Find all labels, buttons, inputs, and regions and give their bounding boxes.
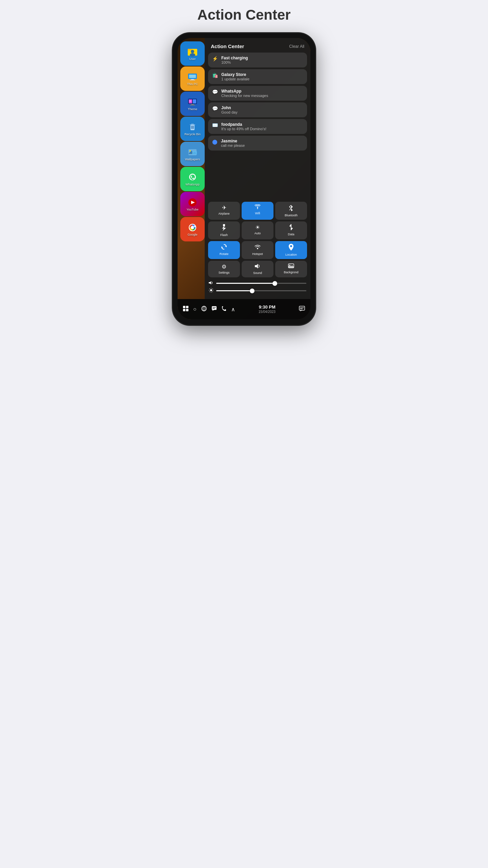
sidebar-item-whatsapp[interactable]: WhatsApp: [180, 167, 205, 191]
nav-message-icon[interactable]: [299, 306, 305, 313]
settings-label: Settings: [219, 271, 230, 274]
toggle-location[interactable]: Location: [275, 241, 307, 259]
settings-icon: ⚙: [222, 263, 226, 270]
toggle-bluetooth[interactable]: Bluetooth: [275, 202, 307, 220]
notif-john[interactable]: 💬 John Good day: [208, 102, 307, 117]
toggle-auto[interactable]: ☀ Auto: [242, 221, 273, 239]
toggle-hotspot[interactable]: Hotspot: [242, 241, 273, 259]
sidebar-item-this-pc[interactable]: This PC: [180, 66, 205, 91]
svg-point-65: [203, 306, 205, 311]
svg-rect-28: [192, 151, 197, 155]
nav-time: 9:30 PM: [259, 305, 276, 310]
sidebar-item-recycle-bin[interactable]: Recycle Bin: [180, 117, 205, 141]
svg-rect-69: [212, 308, 215, 309]
airplane-label: Airplane: [218, 212, 229, 215]
whatsapp-notif-icon: 💬: [212, 89, 218, 95]
notif-john-title: John: [221, 105, 238, 110]
hotspot-icon: [255, 244, 261, 251]
bluetooth-icon: [289, 204, 293, 213]
sidebar-item-google[interactable]: Google: [180, 217, 205, 241]
svg-rect-60: [183, 306, 185, 308]
phone-outer: User This PC: [173, 33, 315, 325]
nav-phone-icon[interactable]: [222, 306, 226, 313]
toggle-flash[interactable]: Flash: [208, 221, 240, 239]
notif-charging[interactable]: ⚡ Fast charging 100%: [208, 53, 307, 67]
youtube-icon: [187, 197, 198, 208]
svg-rect-13: [193, 99, 196, 103]
background-label: Backgrond: [284, 271, 298, 274]
sidebar-item-youtube[interactable]: YouTube: [180, 192, 205, 216]
brightness-track[interactable]: [216, 290, 306, 291]
clear-all-button[interactable]: Clear All: [289, 44, 304, 49]
svg-point-45: [290, 245, 292, 247]
bottom-nav: ○: [178, 299, 310, 319]
toggle-data[interactable]: Data: [275, 221, 307, 239]
svg-rect-70: [299, 306, 305, 310]
notif-foodpanda[interactable]: ✉️ foodpanda It's up to 49% off Domino's…: [208, 119, 307, 134]
sidebar-item-user[interactable]: User: [180, 41, 205, 66]
notif-foodpanda-content: foodpanda It's up to 49% off Domino's!: [221, 122, 266, 131]
svg-rect-73: [300, 309, 303, 309]
sidebar-item-wallpapers-label: Wallpapers: [185, 158, 200, 161]
nav-circle-icon[interactable]: ○: [193, 306, 197, 312]
svg-line-57: [212, 292, 213, 292]
sidebar-item-google-label: Google: [187, 233, 197, 237]
auto-label: Auto: [255, 232, 261, 235]
svg-point-3: [191, 50, 194, 53]
rotate-icon: [221, 244, 227, 251]
flash-label: Flash: [220, 233, 228, 237]
svg-point-38: [257, 208, 258, 209]
notif-whatsapp[interactable]: 💬 WhatsApp Checking for new messages: [208, 86, 307, 101]
toggle-wifi[interactable]: Wifi: [242, 202, 273, 220]
nav-chat-icon[interactable]: [211, 306, 217, 313]
jasmine-icon: ⬤: [212, 139, 218, 144]
sidebar-item-user-label: User: [189, 58, 196, 61]
nav-date: 15/04/2023: [259, 310, 276, 314]
nav-up-icon[interactable]: ∧: [231, 306, 235, 313]
nav-opera-icon[interactable]: [201, 306, 207, 313]
sliders-area: [205, 279, 310, 299]
user-icon: [187, 46, 198, 58]
notif-galaxy[interactable]: 🛍️ Galaxy Store 1 update availale: [208, 69, 307, 84]
notif-john-content: John Good day: [221, 105, 238, 114]
toggle-rotate[interactable]: Rotate: [208, 241, 240, 259]
brightness-fill: [216, 290, 252, 291]
sound-icon: [255, 263, 261, 270]
volume-track[interactable]: [216, 283, 306, 284]
svg-point-64: [202, 306, 206, 311]
toggle-sound[interactable]: Sound: [242, 261, 273, 277]
wifi-icon: [255, 204, 261, 211]
brightness-thumb[interactable]: [250, 289, 255, 293]
svg-line-59: [209, 292, 210, 292]
notif-galaxy-title: Galaxy Store: [221, 72, 249, 77]
recycle-bin-icon: [187, 121, 198, 133]
nav-icons-left: ○: [183, 306, 235, 313]
wallpapers-icon: [187, 146, 198, 158]
nav-grid-icon[interactable]: [183, 306, 188, 313]
notif-foodpanda-title: foodpanda: [221, 122, 266, 127]
page-title: Action Center: [197, 7, 290, 23]
toggle-airplane[interactable]: ✈ Airplane: [208, 202, 240, 220]
sidebar-item-recycle-label: Recycle Bin: [184, 133, 201, 136]
location-label: Location: [285, 253, 297, 256]
foodpanda-icon: ✉️: [212, 122, 218, 128]
toggle-background[interactable]: Backgrond: [275, 261, 307, 277]
svg-marker-46: [255, 264, 258, 269]
whatsapp-icon: [187, 172, 198, 183]
volume-thumb[interactable]: [272, 281, 277, 286]
sidebar-apps: User This PC: [178, 38, 207, 299]
svg-point-49: [289, 265, 290, 266]
this-pc-icon: [187, 71, 198, 83]
notif-charging-body: 100%: [221, 60, 248, 64]
toggle-settings[interactable]: ⚙ Settings: [208, 261, 240, 277]
action-center-title: Action Center: [211, 43, 244, 49]
sidebar-item-theme[interactable]: Theme: [180, 92, 205, 116]
svg-line-56: [209, 289, 210, 289]
sound-label: Sound: [253, 271, 262, 275]
sidebar-item-wallpapers[interactable]: Wallpapers: [180, 142, 205, 166]
notif-jasmine[interactable]: ⬤ Jasmine call me please: [208, 136, 307, 151]
svg-rect-72: [300, 308, 304, 308]
wifi-label: Wifi: [255, 212, 260, 215]
notif-jasmine-body: call me please: [221, 143, 245, 147]
action-header: Action Center Clear All: [205, 38, 310, 53]
